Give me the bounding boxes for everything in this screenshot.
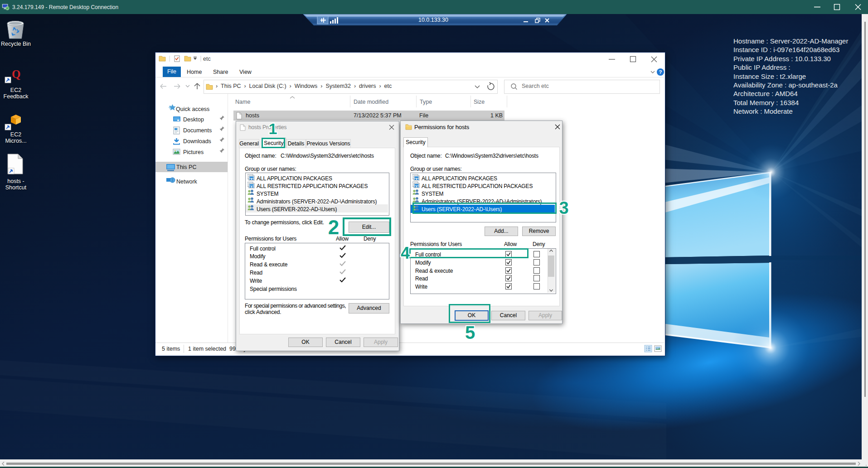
svg-text:Q: Q <box>12 68 20 80</box>
svg-text:10.0.133.30: 10.0.133.30 <box>418 17 448 23</box>
svg-text:?: ? <box>659 69 662 75</box>
